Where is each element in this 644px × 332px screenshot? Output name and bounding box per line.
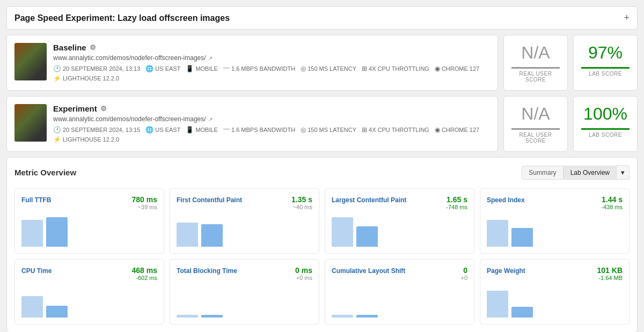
baseline-real-user-label: REAL USER SCORE <box>511 71 560 83</box>
experiment-card: Experiment ⚙ www.annalytic.com/demos/nod… <box>6 96 498 152</box>
bar-experiment <box>201 315 223 318</box>
baseline-lighthouse: ⚡ LIGHTHOUSE 12.2.0 <box>53 75 119 82</box>
metric-card: Cumulative Layout Shift 0 +0 <box>325 259 474 324</box>
experiment-lab-value: 100% <box>581 104 630 124</box>
metric-delta: ~39 ms <box>132 204 157 210</box>
metric-value: 0 <box>460 266 467 275</box>
exp-globe-icon: 🌐 <box>145 126 153 134</box>
experiment-real-user-label: REAL USER SCORE <box>511 132 560 144</box>
experiment-latency: ◎ 150 MS LATENCY <box>301 126 356 134</box>
metric-name: Full TTFB <box>21 196 51 204</box>
latency-icon: ◎ <box>301 65 306 72</box>
metric-name: Cumulative Layout Shift <box>332 267 405 275</box>
metrics-tabs: Summary Lab Overview ▾ <box>522 165 630 180</box>
metric-bars <box>487 285 623 318</box>
experiment-device: 📱 MOBILE <box>186 126 218 134</box>
baseline-lab-label: LAB SCORE <box>581 71 630 77</box>
experiment-scores: N/A REAL USER SCORE 100% LAB SCORE <box>503 96 638 152</box>
add-icon[interactable]: + <box>624 12 630 24</box>
metric-name: Speed Index <box>487 196 525 204</box>
metric-bars <box>177 285 312 318</box>
metric-name: Total Blocking Time <box>177 267 237 275</box>
experiment-row: Experiment ⚙ www.annalytic.com/demos/nod… <box>6 96 638 152</box>
metric-delta: -1.64 MB <box>597 275 623 281</box>
metric-delta: +0 <box>460 275 467 281</box>
experiment-info: Experiment ⚙ www.annalytic.com/demos/nod… <box>53 104 490 143</box>
baseline-name: Baseline ⚙ <box>53 43 490 52</box>
experiment-real-user-score-card: N/A REAL USER SCORE <box>503 96 568 152</box>
baseline-meta-row2: ⚡ LIGHTHOUSE 12.2.0 <box>53 75 490 82</box>
chrome-icon: ◉ <box>435 65 440 72</box>
bar-baseline <box>487 220 508 247</box>
experiment-url: www.annalytic.com/demos/nodefer-offscree… <box>53 115 490 123</box>
metric-delta: ~40 ms <box>291 204 312 210</box>
exp-external-link-icon[interactable]: ↗ <box>208 116 213 122</box>
metric-delta: -602 ms <box>132 275 157 281</box>
baseline-meta: 🕐 20 SEPTEMBER 2024, 13:13 🌐 US EAST 📱 M… <box>53 65 490 72</box>
experiment-meta: 🕐 20 SEPTEMBER 2024, 13:15 🌐 US EAST 📱 M… <box>53 126 490 134</box>
metric-bars <box>177 215 312 247</box>
globe-icon: 🌐 <box>145 65 153 72</box>
exp-lighthouse-icon: ⚡ <box>53 136 61 143</box>
baseline-device: 📱 MOBILE <box>186 65 218 72</box>
metric-card: CPU Time 468 ms -602 ms <box>14 259 164 324</box>
baseline-real-user-value: N/A <box>511 43 560 63</box>
metric-name: Page Weight <box>487 267 525 275</box>
experiment-bandwidth: 〰 1.6 MBPS BANDWIDTH <box>223 126 295 134</box>
metric-bars <box>487 215 623 247</box>
exp-chrome-icon: ◉ <box>435 126 440 134</box>
metric-header: Largest Contentful Paint 1.65 s -748 ms <box>332 195 467 210</box>
metrics-header: Metric Overview Summary Lab Overview ▾ <box>14 165 630 180</box>
lighthouse-icon: ⚡ <box>53 75 61 82</box>
metrics-grid: Full TTFB 780 ms ~39 ms First Contentful… <box>14 188 630 324</box>
exp-latency-icon: ◎ <box>301 126 306 134</box>
experiment-settings-icon[interactable]: ⚙ <box>100 105 107 113</box>
bar-baseline <box>21 296 43 318</box>
baseline-bandwidth: 〰 1.6 MBPS BANDWIDTH <box>223 65 295 72</box>
metric-name: CPU Time <box>21 267 52 275</box>
baseline-scores: N/A REAL USER SCORE 97% LAB SCORE <box>503 35 638 91</box>
metric-header: Page Weight 101 KB -1.64 MB <box>487 266 623 281</box>
metric-value: 780 ms <box>132 195 157 204</box>
metric-bars <box>21 285 157 318</box>
bar-experiment <box>511 307 533 318</box>
metric-card: Full TTFB 780 ms ~39 ms <box>14 188 164 254</box>
page-header: Page Speed Experiment: Lazy load offscre… <box>6 6 638 29</box>
bar-baseline <box>332 315 353 318</box>
metric-header: Cumulative Layout Shift 0 +0 <box>332 266 467 281</box>
clock-icon: 🕐 <box>53 65 61 72</box>
metric-name: First Contentful Paint <box>177 196 242 204</box>
external-link-icon[interactable]: ↗ <box>208 55 213 61</box>
baseline-lab-value: 97% <box>581 43 630 63</box>
metric-value: 101 KB <box>597 266 623 275</box>
metric-card: Largest Contentful Paint 1.65 s -748 ms <box>325 188 474 254</box>
metric-value: 1.65 s <box>446 195 467 204</box>
exp-bandwidth-icon: 〰 <box>223 126 230 134</box>
baseline-date: 🕐 20 SEPTEMBER 2024, 13:13 <box>53 65 140 72</box>
experiment-name: Experiment ⚙ <box>53 104 490 113</box>
exp-mobile-icon: 📱 <box>186 126 194 134</box>
metric-bars <box>332 285 467 318</box>
experiment-date: 🕐 20 SEPTEMBER 2024, 13:15 <box>53 126 140 134</box>
experiment-meta-row2: ⚡ LIGHTHOUSE 12.2.0 <box>53 136 490 143</box>
tab-summary[interactable]: Summary <box>522 166 563 180</box>
baseline-info: Baseline ⚙ www.annalytic.com/demos/nodef… <box>53 43 490 82</box>
bar-baseline <box>177 315 198 318</box>
bar-baseline <box>177 223 198 247</box>
metric-header: Speed Index 1.44 s -438 ms <box>487 195 623 210</box>
metric-delta: +0 ms <box>295 275 312 281</box>
baseline-chrome: ◉ CHROME 127 <box>435 65 479 72</box>
baseline-latency: ◎ 150 MS LATENCY <box>301 65 356 72</box>
bandwidth-icon: 〰 <box>223 65 230 72</box>
experiment-lab-label: LAB SCORE <box>581 132 630 138</box>
metrics-title: Metric Overview <box>14 168 76 177</box>
tab-dropdown[interactable]: ▾ <box>617 165 630 180</box>
cpu-icon: ⊞ <box>362 65 367 72</box>
tab-lab-overview[interactable]: Lab Overview <box>564 166 617 180</box>
bar-experiment <box>46 217 68 247</box>
bar-experiment <box>46 306 68 318</box>
page-title: Page Speed Experiment: Lazy load offscre… <box>14 13 230 23</box>
baseline-url: www.annalytic.com/demos/nodefer-offscree… <box>53 54 490 62</box>
bar-experiment <box>356 315 378 318</box>
baseline-settings-icon[interactable]: ⚙ <box>90 43 96 51</box>
